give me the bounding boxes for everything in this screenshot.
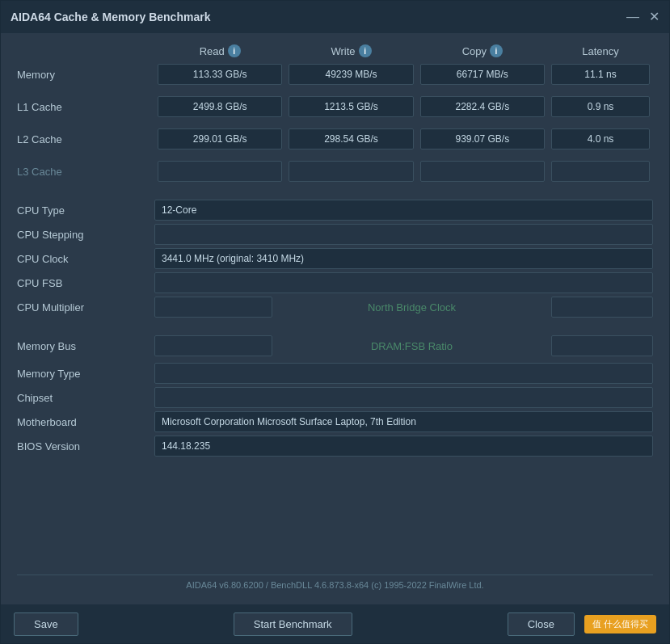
l2cache-row: L2 Cache 299.01 GB/s 298.54 GB/s 939.07 … xyxy=(17,127,653,151)
window-controls: — ✕ xyxy=(626,11,659,23)
motherboard-value: Microsoft Corporation Microsoft Surface … xyxy=(154,411,653,432)
footer-text: AIDA64 v6.80.6200 / BenchDLL 4.6.873.8-x… xyxy=(17,575,653,593)
l2cache-copy-value: 939.07 GB/s xyxy=(420,128,545,149)
cpu-clock-label: CPU Clock xyxy=(17,253,154,265)
l3cache-latency-value xyxy=(551,161,650,182)
write-info-icon[interactable]: i xyxy=(359,44,372,57)
cpu-fsb-value xyxy=(154,272,653,293)
start-benchmark-button[interactable]: Start Benchmark xyxy=(234,612,352,636)
mem-type-value xyxy=(154,363,653,384)
north-bridge-value xyxy=(551,297,653,318)
mem-bus-value xyxy=(154,335,272,356)
cpu-type-value: 12-Core xyxy=(154,200,653,221)
cpu-type-label: CPU Type xyxy=(17,204,154,217)
l2cache-read-value: 299.01 GB/s xyxy=(158,128,282,149)
memory-copy-value: 66717 MB/s xyxy=(420,64,545,85)
col-write: Write i xyxy=(285,44,416,57)
col-copy: Copy i xyxy=(417,44,548,57)
cpu-info-section: CPU Type 12-Core CPU Stepping CPU Clock … xyxy=(17,200,653,321)
bios-value: 144.18.235 xyxy=(154,436,653,457)
l3cache-read-value xyxy=(158,161,282,182)
close-button[interactable]: ✕ xyxy=(649,11,659,23)
bios-label: BIOS Version xyxy=(17,440,154,452)
bottom-bar: Save Start Benchmark Close 值 什么值得买 xyxy=(1,604,669,643)
cpu-clock-value: 3441.0 MHz (original: 3410 MHz) xyxy=(154,248,653,269)
cpu-stepping-label: CPU Stepping xyxy=(17,229,154,241)
l1cache-label: L1 Cache xyxy=(17,101,154,113)
cpu-multiplier-value xyxy=(154,297,272,318)
cpu-fsb-row: CPU FSB xyxy=(17,272,653,293)
close-button-bottom[interactable]: Close xyxy=(508,612,575,636)
l1cache-copy-value: 2282.4 GB/s xyxy=(420,96,545,117)
column-headers: Read i Write i Copy i Latency xyxy=(17,44,653,57)
mem-bus-label: Memory Bus xyxy=(17,340,154,352)
cpu-type-row: CPU Type 12-Core xyxy=(17,200,653,221)
l3cache-label: L3 Cache xyxy=(17,166,154,178)
north-bridge-label: North Bridge Clock xyxy=(276,301,548,314)
cpu-fsb-label: CPU FSB xyxy=(17,277,154,289)
cpu-mult-row: CPU Multiplier North Bridge Clock xyxy=(17,297,653,318)
memory-latency-value: 11.1 ns xyxy=(551,64,650,85)
title-bar: AIDA64 Cache & Memory Benchmark — ✕ xyxy=(1,1,669,33)
cpu-multiplier-label: CPU Multiplier xyxy=(17,301,154,314)
l3cache-write-value xyxy=(289,161,413,182)
memory-label: Memory xyxy=(17,69,154,81)
main-content: Read i Write i Copy i Latency Memory 113… xyxy=(1,33,669,604)
motherboard-row: Motherboard Microsoft Corporation Micros… xyxy=(17,411,653,432)
memory-read-value: 113.33 GB/s xyxy=(158,64,282,85)
bios-row: BIOS Version 144.18.235 xyxy=(17,436,653,457)
memory-info-section: Memory Bus DRAM:FSB Ratio Memory Type Ch… xyxy=(17,335,653,457)
mem-type-row: Memory Type xyxy=(17,363,653,384)
l2cache-write-value: 298.54 GB/s xyxy=(289,128,413,149)
badge-icon: 值 xyxy=(592,619,601,629)
memory-row: Memory 113.33 GB/s 49239 MB/s 66717 MB/s… xyxy=(17,62,653,86)
chipset-value xyxy=(154,387,653,408)
save-button[interactable]: Save xyxy=(14,612,78,636)
minimize-button[interactable]: — xyxy=(626,11,639,23)
l3cache-row: L3 Cache xyxy=(17,159,653,183)
col-latency: Latency xyxy=(548,45,653,57)
col-read: Read i xyxy=(154,44,285,57)
mem-type-label: Memory Type xyxy=(17,368,154,380)
l1cache-row: L1 Cache 2499.8 GB/s 1213.5 GB/s 2282.4 … xyxy=(17,95,653,119)
l2cache-latency-value: 4.0 ns xyxy=(551,128,650,149)
mem-bus-row: Memory Bus DRAM:FSB Ratio xyxy=(17,335,653,356)
cpu-stepping-value xyxy=(154,224,653,245)
memory-write-value: 49239 MB/s xyxy=(289,64,413,85)
l1cache-write-value: 1213.5 GB/s xyxy=(289,96,413,117)
cpu-stepping-row: CPU Stepping xyxy=(17,224,653,245)
l1cache-latency-value: 0.9 ns xyxy=(551,96,650,117)
chipset-row: Chipset xyxy=(17,387,653,408)
motherboard-label: Motherboard xyxy=(17,416,154,428)
corner-badge: 值 什么值得买 xyxy=(584,615,656,633)
chipset-label: Chipset xyxy=(17,392,154,404)
main-window: AIDA64 Cache & Memory Benchmark — ✕ Read… xyxy=(0,0,670,644)
dram-fsb-value xyxy=(551,335,653,356)
copy-info-icon[interactable]: i xyxy=(490,44,503,57)
dram-fsb-label: DRAM:FSB Ratio xyxy=(276,340,548,352)
cpu-clock-row: CPU Clock 3441.0 MHz (original: 3410 MHz… xyxy=(17,248,653,269)
l3cache-copy-value xyxy=(420,161,545,182)
read-info-icon[interactable]: i xyxy=(228,44,241,57)
window-title: AIDA64 Cache & Memory Benchmark xyxy=(11,11,210,23)
l1cache-read-value: 2499.8 GB/s xyxy=(158,96,282,117)
l2cache-label: L2 Cache xyxy=(17,133,154,145)
